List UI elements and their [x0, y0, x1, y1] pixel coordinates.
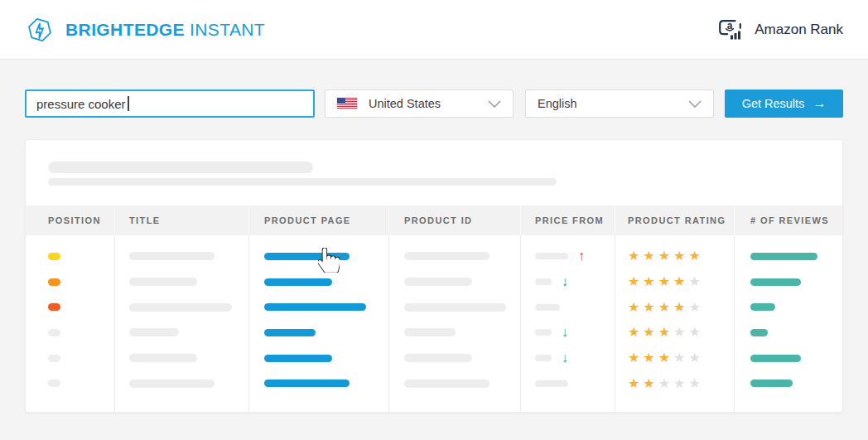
loading-placeholder-bar — [48, 178, 557, 186]
star-icon: ★ — [658, 326, 670, 339]
loading-header — [26, 140, 842, 205]
cell-product_page — [249, 320, 388, 346]
position-dot — [48, 253, 60, 260]
position-dot — [48, 329, 60, 336]
star-icon: ★ — [673, 377, 685, 390]
brightedge-logo[interactable]: BRIGHTEDGEINSTANT — [25, 15, 265, 45]
star-icon: ★ — [658, 275, 670, 288]
cell-title — [115, 320, 248, 346]
position-dot — [48, 380, 60, 387]
chevron-down-icon — [688, 100, 702, 108]
search-input[interactable] — [25, 89, 315, 118]
star-icon: ★ — [643, 249, 654, 263]
product-id-placeholder-bar — [404, 252, 489, 260]
cell-title — [115, 370, 248, 396]
star-icon: ★ — [688, 275, 700, 288]
cell-product_page — [249, 269, 388, 295]
product-page-link-bar[interactable] — [264, 303, 366, 311]
language-select[interactable]: English — [525, 89, 714, 118]
cell-price_from: ↓ — [521, 269, 615, 295]
amazon-rank-page: BRIGHTEDGEINSTANT a Amazon Rank United S… — [0, 0, 868, 440]
price-placeholder-bar — [535, 253, 568, 259]
price-placeholder-bar — [535, 380, 568, 387]
reviews-count-bar — [750, 303, 775, 311]
star-icon: ★ — [673, 249, 685, 263]
cell-position — [26, 370, 114, 396]
cell-product_rating: ★★★★★ — [615, 346, 734, 371]
tool-label: Amazon Rank — [755, 22, 843, 38]
loading-placeholder-bar — [48, 162, 313, 173]
star-rating: ★★★★★ — [628, 275, 704, 288]
star-icon: ★ — [643, 301, 654, 314]
product-page-link-bar[interactable] — [264, 355, 332, 362]
product-page-link-bar[interactable] — [264, 278, 332, 286]
chevron-down-icon — [488, 100, 501, 108]
title-placeholder-bar — [129, 278, 197, 286]
get-results-label: Get Results — [742, 97, 805, 110]
cell-product_page — [249, 294, 388, 320]
cell-product_page — [249, 370, 388, 396]
trend-up-icon: ↑ — [578, 249, 585, 263]
text-caret — [128, 96, 129, 111]
product-id-placeholder-bar — [404, 328, 456, 336]
get-results-button[interactable]: Get Results → — [725, 89, 843, 118]
star-icon: ★ — [643, 377, 654, 390]
cell-title — [115, 346, 248, 371]
cell-title — [115, 244, 248, 269]
product-page-link-bar[interactable] — [264, 329, 316, 336]
column-header-title: TITLE — [115, 205, 249, 235]
star-icon: ★ — [628, 275, 639, 288]
country-select[interactable]: United States — [325, 89, 514, 118]
amazon-rank-icon: a — [718, 19, 743, 41]
star-rating: ★★★★★ — [628, 249, 704, 263]
tool-indicator: a Amazon Rank — [718, 19, 843, 41]
star-icon: ★ — [643, 326, 654, 339]
price-placeholder-bar — [535, 355, 552, 361]
cell-reviews — [735, 370, 842, 396]
cell-position — [26, 244, 114, 269]
position-dot — [48, 355, 60, 362]
product-page-link-bar[interactable] — [264, 253, 350, 260]
cell-title — [115, 294, 248, 320]
cell-product_rating: ★★★★★ — [615, 244, 734, 269]
title-placeholder-bar — [129, 380, 215, 388]
star-icon: ★ — [688, 377, 700, 390]
reviews-count-bar — [750, 278, 801, 286]
search-row: United States English Get Results → — [25, 89, 843, 118]
title-placeholder-bar — [129, 303, 232, 312]
cell-product_id — [389, 320, 520, 346]
star-rating: ★★★★★ — [628, 301, 704, 314]
star-icon: ★ — [688, 326, 700, 339]
star-icon: ★ — [658, 377, 670, 390]
product-id-placeholder-bar — [404, 303, 506, 312]
star-rating: ★★★★★ — [628, 377, 704, 390]
table-column-reviews — [735, 235, 842, 412]
star-icon: ★ — [628, 301, 639, 314]
brand-secondary: INSTANT — [190, 20, 265, 39]
star-icon: ★ — [673, 301, 685, 314]
top-bar: BRIGHTEDGEINSTANT a Amazon Rank — [0, 0, 868, 60]
product-id-placeholder-bar — [404, 278, 472, 286]
product-page-link-bar[interactable] — [264, 380, 350, 387]
reviews-count-bar — [750, 329, 768, 336]
table-column-price_from: ↑↓↓↓ — [521, 235, 615, 412]
star-icon: ★ — [673, 351, 685, 365]
column-header-position: POSITION — [26, 205, 115, 235]
cell-product_rating: ★★★★★ — [615, 370, 734, 396]
cell-reviews — [735, 346, 842, 371]
star-icon: ★ — [643, 275, 654, 288]
language-label: English — [538, 97, 577, 110]
title-placeholder-bar — [129, 328, 179, 336]
brightedge-hexagon-bolt-icon — [25, 15, 55, 45]
star-icon: ★ — [688, 301, 700, 314]
star-icon: ★ — [658, 249, 670, 263]
table-header-row: POSITIONTITLEPRODUCT PAGEPRODUCT IDPRICE… — [26, 205, 842, 235]
cell-product_page — [249, 244, 388, 269]
cell-price_from — [521, 294, 615, 320]
cell-product_rating: ★★★★★ — [615, 320, 734, 346]
cell-reviews — [735, 269, 842, 295]
star-icon: ★ — [688, 351, 700, 365]
country-label: United States — [369, 97, 441, 110]
star-icon: ★ — [658, 301, 670, 314]
cell-position — [26, 294, 114, 320]
